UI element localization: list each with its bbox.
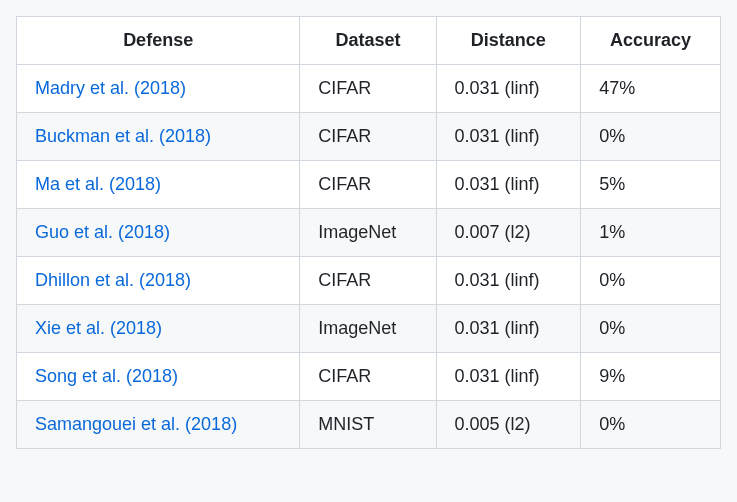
table-row: Guo et al. (2018) ImageNet 0.007 (l2) 1% — [17, 209, 721, 257]
cell-distance: 0.031 (linf) — [436, 353, 581, 401]
table-row: Madry et al. (2018) CIFAR 0.031 (linf) 4… — [17, 65, 721, 113]
table-row: Samangouei et al. (2018) MNIST 0.005 (l2… — [17, 401, 721, 449]
cell-distance: 0.031 (linf) — [436, 161, 581, 209]
cell-accuracy: 0% — [581, 305, 721, 353]
cell-distance: 0.031 (linf) — [436, 65, 581, 113]
cell-defense: Guo et al. (2018) — [17, 209, 300, 257]
cell-accuracy: 9% — [581, 353, 721, 401]
cell-distance: 0.031 (linf) — [436, 305, 581, 353]
col-header-distance: Distance — [436, 17, 581, 65]
table-row: Dhillon et al. (2018) CIFAR 0.031 (linf)… — [17, 257, 721, 305]
table-row: Xie et al. (2018) ImageNet 0.031 (linf) … — [17, 305, 721, 353]
col-header-accuracy: Accuracy — [581, 17, 721, 65]
cell-dataset: CIFAR — [300, 161, 436, 209]
table-row: Song et al. (2018) CIFAR 0.031 (linf) 9% — [17, 353, 721, 401]
cell-accuracy: 1% — [581, 209, 721, 257]
cell-distance: 0.031 (linf) — [436, 113, 581, 161]
col-header-dataset: Dataset — [300, 17, 436, 65]
cell-accuracy: 0% — [581, 401, 721, 449]
defense-link[interactable]: Song et al. (2018) — [35, 366, 178, 386]
cell-dataset: CIFAR — [300, 65, 436, 113]
cell-defense: Samangouei et al. (2018) — [17, 401, 300, 449]
cell-distance: 0.007 (l2) — [436, 209, 581, 257]
table-header-row: Defense Dataset Distance Accuracy — [17, 17, 721, 65]
defense-link[interactable]: Dhillon et al. (2018) — [35, 270, 191, 290]
cell-defense: Dhillon et al. (2018) — [17, 257, 300, 305]
cell-distance: 0.005 (l2) — [436, 401, 581, 449]
cell-defense: Buckman et al. (2018) — [17, 113, 300, 161]
cell-dataset: ImageNet — [300, 305, 436, 353]
defense-link[interactable]: Samangouei et al. (2018) — [35, 414, 237, 434]
cell-defense: Song et al. (2018) — [17, 353, 300, 401]
defense-link[interactable]: Madry et al. (2018) — [35, 78, 186, 98]
cell-defense: Xie et al. (2018) — [17, 305, 300, 353]
defense-link[interactable]: Guo et al. (2018) — [35, 222, 170, 242]
cell-defense: Ma et al. (2018) — [17, 161, 300, 209]
cell-accuracy: 0% — [581, 257, 721, 305]
cell-accuracy: 0% — [581, 113, 721, 161]
cell-dataset: CIFAR — [300, 353, 436, 401]
cell-dataset: CIFAR — [300, 257, 436, 305]
cell-dataset: MNIST — [300, 401, 436, 449]
col-header-defense: Defense — [17, 17, 300, 65]
defenses-table: Defense Dataset Distance Accuracy Madry … — [16, 16, 721, 449]
cell-accuracy: 47% — [581, 65, 721, 113]
cell-dataset: ImageNet — [300, 209, 436, 257]
table-row: Ma et al. (2018) CIFAR 0.031 (linf) 5% — [17, 161, 721, 209]
defense-link[interactable]: Xie et al. (2018) — [35, 318, 162, 338]
defense-link[interactable]: Ma et al. (2018) — [35, 174, 161, 194]
table-row: Buckman et al. (2018) CIFAR 0.031 (linf)… — [17, 113, 721, 161]
table-container: Defense Dataset Distance Accuracy Madry … — [0, 0, 737, 465]
defense-link[interactable]: Buckman et al. (2018) — [35, 126, 211, 146]
cell-defense: Madry et al. (2018) — [17, 65, 300, 113]
cell-accuracy: 5% — [581, 161, 721, 209]
cell-distance: 0.031 (linf) — [436, 257, 581, 305]
cell-dataset: CIFAR — [300, 113, 436, 161]
